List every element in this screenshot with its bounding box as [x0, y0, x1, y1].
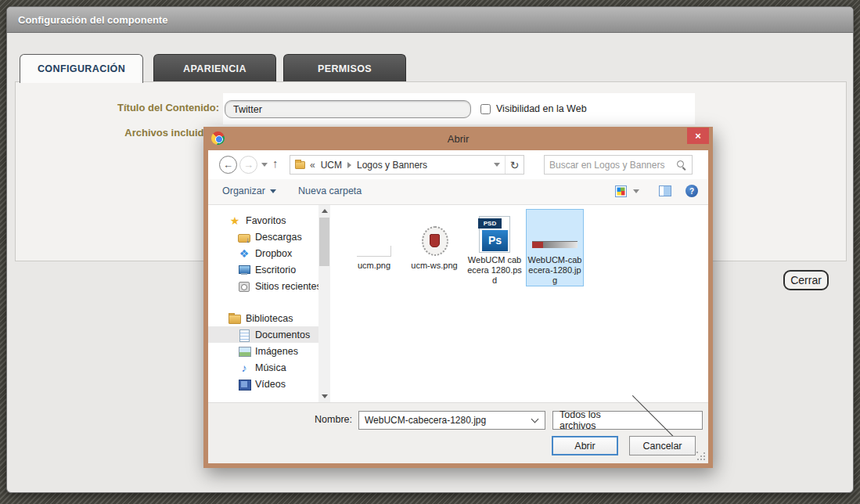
forward-button[interactable]: → — [239, 156, 257, 174]
search-icon[interactable] — [676, 160, 687, 171]
change-view-button[interactable] — [615, 185, 627, 197]
sidebar-item-imagenes[interactable]: Imágenes — [208, 343, 330, 359]
scrollbar-thumb[interactable] — [319, 218, 329, 266]
refresh-button[interactable]: ↻ — [505, 156, 524, 174]
libraries-icon — [228, 312, 241, 325]
cancel-button[interactable]: Cancelar — [629, 436, 696, 455]
open-button[interactable]: Abrir — [552, 436, 618, 455]
filename-combobox — [358, 411, 545, 430]
star-icon — [228, 214, 241, 227]
back-button[interactable]: ← — [219, 156, 237, 174]
preview-pane-button[interactable] — [659, 185, 671, 196]
sidebar-item-bibliotecas[interactable]: Bibliotecas — [208, 310, 330, 326]
psd-badge: PSD — [478, 218, 502, 229]
tab-permisos[interactable]: PERMISOS — [283, 54, 406, 82]
sidebar-item-descargas[interactable]: Descargas — [208, 229, 330, 245]
command-toolbar: Organizar Nueva carpeta ? — [208, 179, 708, 205]
up-button[interactable]: ↑ — [272, 157, 279, 170]
sidebar-item-musica[interactable]: Música — [208, 359, 330, 376]
address-dropdown-icon[interactable] — [494, 163, 500, 167]
psd-file-icon: PSD Ps — [479, 213, 510, 253]
new-folder-label: Nueva carpeta — [298, 185, 362, 196]
sidebar-label: Vídeos — [255, 379, 286, 390]
file-type-value: Todos los archivos — [553, 409, 624, 431]
sidebar-label: Favoritos — [246, 215, 286, 226]
help-icon: ? — [689, 187, 694, 196]
sidebar-label: Bibliotecas — [246, 313, 293, 324]
file-name: WebUCM-cabecera-1280.jpg — [527, 255, 582, 286]
file-item-ucm-ws-png[interactable]: ucm-ws.png — [405, 209, 463, 286]
sidebar-item-documentos[interactable]: Documentos — [208, 326, 330, 343]
content-title-input[interactable] — [225, 100, 471, 118]
breadcrumb-separator-icon — [347, 162, 351, 168]
music-icon — [238, 362, 250, 374]
close-icon: × — [695, 130, 701, 142]
dialog-footer: Nombre: Todos los archivos Abrir Cancela… — [208, 402, 708, 463]
videos-icon — [238, 378, 250, 391]
sidebar-item-videos[interactable]: Vídeos — [208, 376, 330, 392]
included-files-label: Archivos incluidos: — [63, 127, 219, 139]
organize-menu-button[interactable]: Organizar — [222, 185, 276, 196]
file-type-select[interactable]: Todos los archivos — [552, 411, 703, 430]
photoshop-icon: Ps — [482, 230, 508, 251]
navigation-bar: ← → ↑ « UCM Logos y Banners ↻ — [208, 150, 708, 179]
png-thumbnail — [357, 213, 391, 258]
search-box — [544, 155, 693, 175]
sidebar-item-sitios-recientes[interactable]: Sitios recientes — [208, 278, 330, 294]
close-dialog-button[interactable]: × — [687, 128, 709, 144]
sidebar-label: Música — [255, 362, 286, 373]
scroll-down-icon[interactable] — [318, 391, 330, 402]
sidebar-label: Documentos — [255, 329, 310, 340]
config-dialog-titlebar[interactable]: Configuración del componente — [7, 7, 853, 33]
help-button[interactable]: ? — [685, 185, 698, 197]
sidebar-label: Sitios recientes — [255, 281, 322, 292]
sidebar-item-favoritos[interactable]: Favoritos — [208, 212, 330, 229]
dropbox-icon — [238, 247, 250, 260]
file-list: ucm.png ucm-ws.png PSD Ps WebUC — [330, 205, 708, 402]
breadcrumb-logos-y-banners[interactable]: Logos y Banners — [357, 160, 427, 171]
config-dialog-title: Configuración del componente — [18, 14, 167, 26]
documents-icon — [238, 329, 250, 341]
sidebar-label: Imágenes — [255, 346, 298, 357]
recent-places-icon — [238, 280, 250, 293]
search-input[interactable] — [545, 160, 676, 171]
sidebar-item-dropbox[interactable]: Dropbox — [208, 245, 330, 261]
change-view-dropdown-icon[interactable] — [633, 189, 639, 193]
sidebar-label: Descargas — [255, 232, 302, 243]
chevron-down-icon[interactable] — [531, 416, 539, 423]
breadcrumb-overflow[interactable]: « — [310, 160, 315, 171]
tab-apariencia[interactable]: APARIENCIA — [153, 54, 276, 82]
open-file-dialog: Abrir × ← → ↑ « UCM — [203, 127, 713, 468]
file-item-webucm-cabecera-jpg[interactable]: WebUCM-cabecera-1280.jpg — [526, 209, 584, 286]
up-icon: ↑ — [272, 157, 279, 170]
open-dialog-body: ← → ↑ « UCM Logos y Banners ↻ — [208, 150, 708, 463]
desktop-icon — [238, 264, 250, 276]
sidebar-scrollbar[interactable] — [318, 205, 330, 402]
close-config-button[interactable]: Cerrar — [783, 270, 829, 290]
sidebar-item-escritorio[interactable]: Escritorio — [208, 261, 330, 278]
filename-input[interactable] — [359, 415, 532, 426]
sidebar-label: Escritorio — [255, 265, 296, 275]
screen: Configuración del componente CONFIGURACI… — [0, 0, 860, 504]
folder-icon — [295, 161, 305, 169]
file-name: WebUCM cabecera 1280.psd — [467, 255, 522, 286]
resize-grip[interactable] — [696, 452, 706, 461]
file-item-ucm-png[interactable]: ucm.png — [345, 209, 403, 286]
seal-thumbnail — [420, 213, 448, 258]
new-folder-button[interactable]: Nueva carpeta — [298, 185, 362, 196]
address-bar[interactable]: « UCM Logos y Banners ↻ — [290, 155, 524, 175]
visibility-checkbox[interactable] — [480, 104, 491, 114]
breadcrumb-ucm[interactable]: UCM — [321, 160, 342, 171]
file-browser-body: Favoritos Descargas Dropbox Escritorio — [208, 205, 708, 402]
recent-locations-dropdown[interactable] — [261, 163, 268, 167]
visibility-label: Visibilidad en la Web — [496, 103, 587, 114]
tab-configuracion[interactable]: CONFIGURACIÓN — [20, 54, 143, 83]
sidebar-label: Dropbox — [255, 248, 292, 259]
file-item-webucm-cabecera-psd[interactable]: PSD Ps WebUCM cabecera 1280.psd — [466, 209, 524, 286]
organize-label: Organizar — [222, 185, 265, 196]
tab-permisos-label: PERMISOS — [318, 63, 372, 74]
content-title-label: Título del Contenido: — [63, 102, 219, 113]
tab-apariencia-label: APARIENCIA — [183, 63, 246, 74]
scroll-up-icon[interactable] — [318, 205, 330, 217]
open-dialog-titlebar[interactable]: Abrir × — [203, 127, 713, 150]
